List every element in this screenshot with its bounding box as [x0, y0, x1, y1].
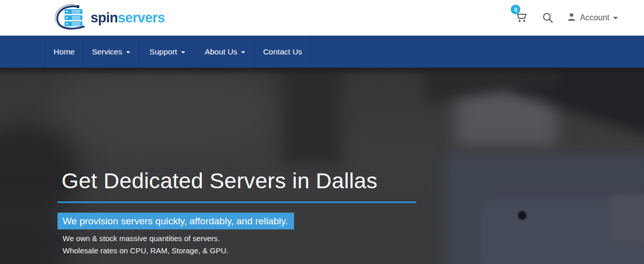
hero-bg-shape	[518, 211, 526, 220]
hero-bg-shape	[283, 68, 341, 164]
hero-bg-shape	[0, 68, 644, 72]
user-icon	[567, 12, 576, 24]
chevron-down-icon	[181, 51, 185, 53]
nav-item-services[interactable]: Services	[83, 36, 139, 68]
nav-label: Home	[53, 47, 74, 56]
title-underline	[57, 201, 416, 203]
account-label: Account	[580, 13, 609, 22]
chevron-down-icon	[241, 51, 245, 53]
logo-text-servers: servers	[118, 10, 165, 25]
nav-item-home[interactable]: Home	[45, 36, 83, 68]
cart-icon	[515, 16, 528, 25]
chevron-down-icon	[613, 17, 618, 19]
hero-bg-shape	[56, 68, 275, 149]
nav-item-contact-us[interactable]: Contact Us	[254, 36, 311, 68]
nav-label: Services	[92, 47, 122, 56]
nav-label: Support	[150, 47, 177, 56]
nav-label: About Us	[205, 47, 238, 56]
logo-text-spin: spin	[91, 10, 118, 25]
logo[interactable]: spinservers	[55, 5, 165, 31]
nav-item-about-us[interactable]: About Us	[195, 36, 254, 68]
top-header: spinservers 0	[0, 0, 644, 36]
main-nav: Home Services Support About Us Contact U…	[0, 36, 644, 68]
header-actions: 0	[515, 0, 618, 36]
cart-button[interactable]: 0	[515, 10, 528, 25]
logo-wordmark: spinservers	[91, 11, 165, 25]
account-menu[interactable]: Account	[567, 12, 618, 24]
nav-item-support[interactable]: Support	[139, 36, 195, 68]
hero-banner: Get Dedicated Servers in Dallas We provi…	[0, 68, 644, 264]
search-button[interactable]	[542, 12, 553, 23]
page: spinservers 0	[0, 0, 644, 264]
hero-subtext-line2: Wholesale rates on CPU, RAM, Storage, & …	[63, 246, 228, 255]
hero-title: Get Dedicated Servers in Dallas	[62, 168, 377, 193]
hero-bg-shape	[609, 195, 644, 242]
search-icon	[542, 16, 553, 25]
hero-subtext-line1: We own & stock massive quantities of ser…	[63, 234, 220, 243]
logo-server-stack-icon	[55, 4, 87, 32]
hero-highlight-banner: We provision servers quickly, affordably…	[57, 213, 294, 229]
chevron-down-icon	[126, 51, 130, 53]
nav-label: Contact Us	[263, 47, 302, 56]
